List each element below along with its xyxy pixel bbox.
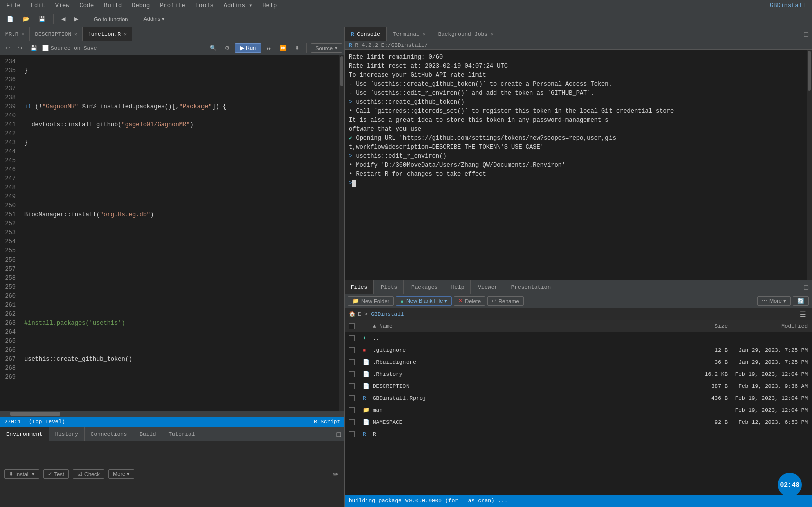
file-row-rbuildignore[interactable]: 📄 .Rbuildignore 36 B Jan 29, 2023, 7:25 … — [345, 356, 812, 368]
checkbox-namespace[interactable] — [349, 419, 355, 425]
install-btn[interactable]: ⬇ Install ▾ — [4, 469, 39, 479]
file-row-up[interactable]: ⬆ .. — [345, 332, 812, 344]
tab-connections[interactable]: Connections — [85, 427, 134, 441]
new-folder-btn[interactable]: 📁 New Folder — [348, 296, 394, 306]
checkbox-gitignore[interactable] — [349, 347, 355, 353]
menu-code[interactable]: Code — [77, 1, 96, 10]
tab-presentation[interactable]: Presentation — [505, 280, 557, 294]
breadcrumb-options-btn[interactable]: ☰ — [798, 310, 808, 318]
tab-terminal[interactable]: Terminal ✕ — [387, 27, 432, 41]
tab-background-jobs[interactable]: Background Jobs ✕ — [432, 27, 500, 41]
file-row-description[interactable]: 📄 DESCRIPTION 387 B Feb 19, 2023, 9:36 A… — [345, 380, 812, 392]
console-minimize-btn[interactable]: — — [791, 30, 801, 38]
code-tools-btn[interactable]: ⚙ — [222, 44, 233, 52]
bottom-edit-btn[interactable]: ✏ — [331, 470, 340, 478]
tab-description[interactable]: DESCRIPTION ✕ — [30, 27, 83, 41]
console-maximize-btn[interactable]: □ — [803, 30, 810, 38]
go-to-function-btn[interactable]: Go to function — [90, 15, 132, 24]
menu-addins[interactable]: Addins ▾ — [222, 1, 255, 10]
menu-edit[interactable]: Edit — [29, 1, 47, 10]
source-dropdown-icon[interactable]: ▾ — [335, 45, 338, 51]
console-scrollbar-thumb[interactable] — [808, 51, 811, 91]
tab-function-r-close[interactable]: ✕ — [124, 31, 127, 37]
undo-btn[interactable]: ↩ — [2, 44, 13, 52]
delete-btn[interactable]: ✕ Delete — [454, 296, 485, 306]
file-row-namespace[interactable]: 📄 NAMESPACE 92 B Feb 12, 2023, 6:53 PM — [345, 416, 812, 428]
tab-description-close[interactable]: ✕ — [74, 31, 77, 37]
console-area[interactable]: Rate limit remaining: 0/60 Rate limit re… — [345, 50, 812, 280]
new-blank-file-btn[interactable]: ● New Blank File ▾ — [396, 296, 452, 306]
run-all-btn[interactable]: ⏩ — [277, 44, 290, 52]
re-run-btn[interactable]: ⏭ — [263, 44, 275, 52]
header-checkbox[interactable] — [349, 323, 355, 329]
back-btn[interactable]: ◀ — [58, 14, 69, 24]
files-minimize-btn[interactable]: — — [791, 283, 801, 291]
code-content[interactable]: } if (!"GagnonMR" %in% installed.package… — [20, 55, 339, 411]
bottom-maximize-btn[interactable]: □ — [335, 430, 342, 438]
tab-console[interactable]: R Console — [345, 27, 387, 41]
checkbox-description[interactable] — [349, 383, 355, 389]
tab-tutorial[interactable]: Tutorial — [162, 427, 201, 441]
checkbox-up[interactable] — [349, 335, 355, 341]
refresh-btn[interactable]: 🔄 — [793, 296, 809, 306]
file-row-gitignore[interactable]: ▣ .gitignore 12 B Jan 29, 2023, 7:25 PM — [345, 344, 812, 356]
tab-environment[interactable]: Environment — [0, 427, 49, 441]
addins-btn[interactable]: Addins ▾ — [140, 14, 169, 24]
search-btn[interactable]: 🔍 — [207, 44, 220, 52]
tab-history[interactable]: History — [49, 427, 85, 441]
new-file-btn[interactable]: 📄 — [3, 14, 17, 24]
checkbox-r[interactable] — [349, 431, 355, 437]
source-btn[interactable]: Source ▾ — [311, 43, 342, 53]
menu-help[interactable]: Help — [260, 1, 279, 10]
checkbox-rbuildignore[interactable] — [349, 359, 355, 365]
header-name[interactable]: ▲ Name — [373, 323, 688, 329]
tab-help[interactable]: Help — [445, 280, 471, 294]
tab-mr-r[interactable]: MR.R ✕ — [0, 27, 30, 41]
save-btn[interactable]: 💾 — [35, 14, 49, 24]
background-jobs-close[interactable]: ✕ — [491, 31, 494, 37]
tab-function-r[interactable]: function.R ✕ — [83, 27, 132, 41]
tab-mr-r-close[interactable]: ✕ — [21, 31, 24, 37]
file-row-r[interactable]: R R — [345, 428, 812, 440]
redo-btn[interactable]: ↪ — [15, 44, 25, 52]
check-btn[interactable]: ☑ Check — [73, 469, 104, 479]
checkbox-rhistory[interactable] — [349, 371, 355, 377]
run-btn[interactable]: ▶ Run — [235, 43, 261, 53]
terminal-close[interactable]: ✕ — [423, 31, 426, 37]
forward-btn[interactable]: ▶ — [71, 14, 82, 24]
checkbox-man[interactable] — [349, 407, 355, 413]
menu-debug[interactable]: Debug — [130, 1, 152, 10]
menu-file[interactable]: File — [4, 1, 23, 10]
menu-profile[interactable]: Profile — [158, 1, 187, 10]
tab-files[interactable]: Files — [345, 280, 374, 294]
console-scrollbar[interactable] — [807, 50, 812, 280]
tab-packages[interactable]: Packages — [405, 280, 444, 294]
editor-scrollbar[interactable] — [339, 55, 344, 411]
more-btn[interactable]: More ▾ — [108, 469, 134, 479]
checkbox-rproj[interactable] — [349, 395, 355, 401]
test-btn[interactable]: ✓ Test — [43, 469, 69, 479]
menu-tools[interactable]: Tools — [193, 1, 216, 10]
menu-view[interactable]: View — [53, 1, 72, 10]
editor-scrollbar-thumb[interactable] — [340, 56, 343, 86]
tab-build[interactable]: Build — [133, 427, 162, 441]
debug-btn[interactable]: ⬇ — [292, 44, 302, 52]
save-editor-btn[interactable]: 💾 — [27, 44, 40, 52]
tab-viewer[interactable]: Viewer — [472, 280, 504, 294]
editor-scroll-h[interactable] — [0, 411, 344, 417]
install-dropdown[interactable]: ▾ — [32, 471, 35, 477]
bottom-minimize-btn[interactable]: — — [323, 430, 333, 438]
open-btn[interactable]: 📂 — [19, 14, 33, 24]
editor-scroll-h-thumb[interactable] — [10, 412, 60, 416]
tab-plots[interactable]: Plots — [375, 280, 404, 294]
source-on-save-checkbox[interactable] — [42, 45, 49, 51]
more-files-btn[interactable]: ⋯ More ▾ — [757, 296, 791, 306]
files-maximize-btn[interactable]: □ — [803, 283, 810, 291]
rename-btn[interactable]: ↩ Rename — [487, 296, 524, 306]
file-row-man[interactable]: 📁 man Feb 19, 2023, 12:04 PM — [345, 404, 812, 416]
menu-build[interactable]: Build — [102, 1, 124, 10]
console-line-2: Rate limit reset at: 2023-02-19 04:07:24… — [349, 62, 808, 71]
new-blank-file-label: New Blank File ▾ — [406, 298, 447, 304]
file-row-rproj[interactable]: R GBDinstall.Rproj 436 B Feb 19, 2023, 1… — [345, 392, 812, 404]
file-row-rhistory[interactable]: 📄 .Rhistory 16.2 KB Feb 19, 2023, 12:04 … — [345, 368, 812, 380]
